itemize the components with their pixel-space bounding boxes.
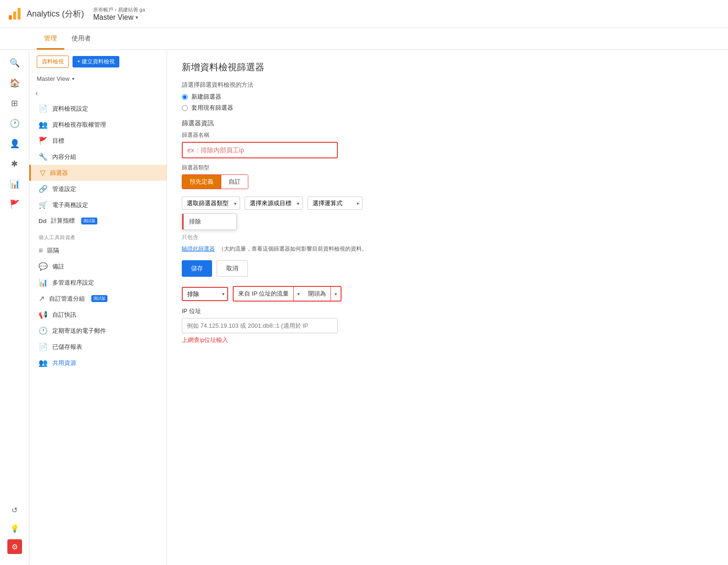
menu-label: 內容分組 bbox=[52, 153, 76, 161]
menu-item-channel-settings[interactable]: 🔗 管道設定 bbox=[29, 181, 167, 197]
sidebar-icon-search[interactable]: 🔍 bbox=[4, 54, 26, 72]
ip-operator-label: 開頭為 bbox=[303, 287, 331, 301]
menu-label: 電子商務設定 bbox=[52, 201, 88, 209]
popup-item-exclude[interactable]: 排除 bbox=[182, 214, 236, 229]
caret-icon: ▾ bbox=[72, 76, 74, 81]
sidebar-icon-realtime[interactable]: 🕐 bbox=[4, 114, 26, 133]
filter-test-text: （大約流量，查看這個篩選器如何影響目前資料檢視的資料。 bbox=[218, 246, 367, 252]
filter-name-input[interactable] bbox=[182, 142, 338, 158]
sidebar-icon-acquisition[interactable]: ✱ bbox=[4, 155, 26, 173]
alert-icon: 📢 bbox=[39, 310, 48, 319]
main-content: 新增資料檢視篩選器 請選擇篩選資料檢視的方法 新建篩選器 套用現有篩選器 篩選器… bbox=[167, 50, 728, 565]
sidebar-icon-settings[interactable]: ⚙ bbox=[7, 539, 22, 554]
menu-label: 資料檢視存取權管理 bbox=[52, 121, 106, 129]
tab-admin[interactable]: 管理 bbox=[37, 29, 64, 50]
beta-badge: 測試版 bbox=[81, 218, 97, 224]
menu-item-calc-metrics[interactable]: Dd 計算指標 測試版 bbox=[29, 213, 167, 229]
filter-type-dropdown-wrapper: 選取篩選器類型 bbox=[182, 196, 240, 210]
menu-item-access-mgmt[interactable]: 👥 資料檢視存取權管理 bbox=[29, 117, 167, 133]
menu-item-data-view-settings[interactable]: 📄 資料檢視設定 bbox=[29, 101, 167, 117]
menu-item-filters[interactable]: ▽ 篩選器 bbox=[29, 165, 167, 181]
filter-type-tab-custom[interactable]: 自訂 bbox=[221, 175, 248, 189]
menu-item-notes[interactable]: 💬 備註 bbox=[29, 258, 167, 274]
tab-users[interactable]: 使用者 bbox=[64, 29, 98, 50]
ip-source-operator-inner: 來自 IP 位址的流量 ▾ 開頭為 ▾ bbox=[234, 287, 341, 301]
ip-hint: 上網查ip位址輸入 bbox=[182, 336, 713, 344]
menu-label: 定期寄送的電子郵件 bbox=[52, 327, 106, 335]
radio-new-filter-input[interactable] bbox=[182, 94, 188, 100]
sidebar-icon-lightbulb[interactable]: 💡 bbox=[7, 521, 22, 536]
sidebar-icon-audience[interactable]: 👤 bbox=[4, 134, 26, 153]
cart-icon: 🛒 bbox=[39, 201, 48, 209]
exclude-select-wrapper: 排除 ▾ bbox=[182, 287, 228, 301]
filter-method-label: 請選擇篩選資料檢視的方法 bbox=[182, 81, 713, 89]
data-view-button[interactable]: 資料檢視 bbox=[37, 56, 69, 68]
app-title: Analytics (分析) bbox=[27, 8, 84, 19]
create-view-button[interactable]: + 建立資料檢視 bbox=[73, 56, 119, 67]
ip-address-input[interactable] bbox=[182, 318, 338, 333]
ip-source-caret-icon[interactable]: ▾ bbox=[294, 289, 303, 299]
filter-info-section-title: 篩選器資訊 bbox=[182, 119, 713, 128]
btn-row: 儲存 取消 bbox=[182, 260, 713, 277]
filter-type-dropdown[interactable]: 選取篩選器類型 bbox=[182, 196, 240, 210]
radio-new-filter-label: 新建篩選器 bbox=[191, 93, 221, 101]
filter-test-row: 驗證此篩選器 （大約流量，查看這個篩選器如何影響目前資料檢視的資料。 bbox=[182, 245, 713, 253]
master-view-select-label: Master View bbox=[37, 75, 69, 82]
radio-existing-filter[interactable]: 套用現有篩選器 bbox=[182, 104, 713, 112]
filter-type-tab-predefined[interactable]: 預先定義 bbox=[182, 175, 221, 189]
menu-item-content-grouping[interactable]: 🔧 內容分組 bbox=[29, 149, 167, 165]
filter-controls: 選取篩選器類型 選擇來源或目標 選擇運算式 bbox=[182, 196, 713, 210]
menu-label: 計算指標 bbox=[51, 217, 75, 225]
ip-filter-controls: 排除 ▾ 來自 IP 位址的流量 ▾ 開頭為 ▾ bbox=[182, 286, 713, 302]
chart-icon: 📊 bbox=[39, 278, 48, 287]
radio-existing-filter-input[interactable] bbox=[182, 105, 188, 111]
operator-dropdown[interactable]: 選擇運算式 bbox=[308, 196, 363, 210]
menu-item-shared-resources[interactable]: 👥 共用資源 bbox=[29, 355, 167, 371]
menu-label: 篩選器 bbox=[50, 169, 68, 177]
save-button[interactable]: 儲存 bbox=[182, 260, 212, 277]
ip-source-operator-wrapper: 來自 IP 位址的流量 ▾ 開頭為 ▾ bbox=[233, 286, 342, 302]
menu-item-multi-channel[interactable]: 📊 多管道程序設定 bbox=[29, 274, 167, 291]
saved-icon: 📄 bbox=[39, 342, 48, 351]
source-target-dropdown[interactable]: 選擇來源或目標 bbox=[245, 196, 303, 210]
menu-label: 共用資源 bbox=[52, 359, 76, 367]
master-view-select[interactable]: Master View ▾ bbox=[29, 73, 167, 86]
link-icon: 🔗 bbox=[39, 185, 48, 193]
notes-icon: 💬 bbox=[39, 262, 48, 271]
radio-new-filter[interactable]: 新建篩選器 bbox=[182, 93, 713, 101]
shared-icon: 👥 bbox=[39, 358, 48, 367]
cancel-button[interactable]: 取消 bbox=[217, 260, 248, 277]
people-icon: 👥 bbox=[39, 120, 48, 129]
radio-existing-filter-label: 套用現有篩選器 bbox=[191, 104, 233, 112]
app-logo: Analytics (分析) bbox=[7, 6, 84, 21]
filter-test-link[interactable]: 驗證此篩選器 bbox=[182, 246, 215, 252]
menu-label: 多管道程序設定 bbox=[52, 279, 94, 287]
email-icon: 🕐 bbox=[39, 326, 48, 335]
menu-item-custom-channel[interactable]: ↗ 自訂管道分組 測試版 bbox=[29, 291, 167, 307]
main-layout: 🔍 🏠 ⊞ 🕐 👤 ✱ 📊 🚩 ↺ 💡 ⚙ 資料檢視 + 建立資料檢視 Mast… bbox=[0, 50, 728, 565]
ip-operator-caret-icon[interactable]: ▾ bbox=[331, 289, 341, 299]
sidebar-icon-reports[interactable]: ⊞ bbox=[4, 94, 26, 112]
menu-item-custom-alerts[interactable]: 📢 自訂快訊 bbox=[29, 307, 167, 323]
sidebar-icon-home[interactable]: 🏠 bbox=[4, 74, 26, 92]
calc-icon: Dd bbox=[39, 218, 46, 224]
exclude-select[interactable]: 排除 bbox=[183, 288, 219, 300]
operator-dropdown-wrapper: 選擇運算式 bbox=[308, 196, 363, 210]
ip-address-label: IP 位址 bbox=[182, 307, 713, 315]
back-button[interactable]: ‹ bbox=[29, 86, 44, 101]
menu-item-goals[interactable]: 🚩 目標 bbox=[29, 133, 167, 149]
sidebar-icon-behavior[interactable]: 📊 bbox=[4, 175, 26, 193]
filter-type-label: 篩選器類型 bbox=[182, 164, 713, 172]
sidebar-icon-refresh[interactable]: ↺ bbox=[7, 503, 22, 517]
menu-item-segments[interactable]: ≡ 區隔 bbox=[29, 243, 167, 258]
filter-type-tabs: 預先定義 自訂 bbox=[182, 174, 248, 189]
menu-label: 自訂快訊 bbox=[52, 311, 76, 319]
breadcrumb-text: 所有帳戶 › 易建站善 ga bbox=[93, 6, 145, 13]
master-view-button[interactable]: Master View ▾ bbox=[93, 13, 145, 22]
menu-item-ecommerce[interactable]: 🛒 電子商務設定 bbox=[29, 197, 167, 213]
menu-item-saved-reports[interactable]: 📄 已儲存報表 bbox=[29, 339, 167, 355]
sidebar-icon-conversions[interactable]: 🚩 bbox=[4, 195, 26, 213]
filter-name-group: 篩選器名稱 bbox=[182, 131, 713, 158]
radio-group: 新建篩選器 套用現有篩選器 bbox=[182, 93, 713, 112]
menu-item-scheduled-email[interactable]: 🕐 定期寄送的電子郵件 bbox=[29, 323, 167, 339]
